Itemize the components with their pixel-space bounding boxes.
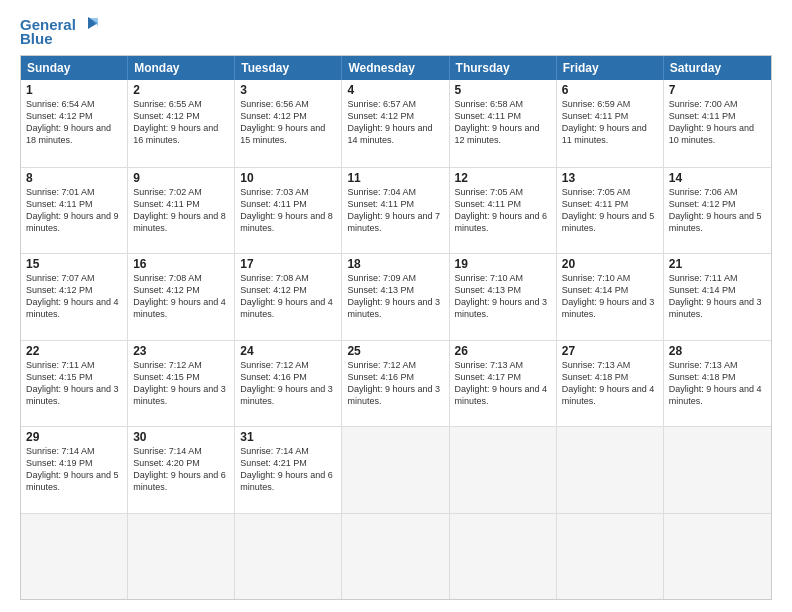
- day-number: 7: [669, 83, 766, 97]
- sunrise-text: Sunrise: 6:55 AM: [133, 98, 229, 110]
- sunrise-text: Sunrise: 7:03 AM: [240, 186, 336, 198]
- cal-cell: 28Sunrise: 7:13 AMSunset: 4:18 PMDayligh…: [664, 341, 771, 427]
- cal-cell: [342, 427, 449, 513]
- week-row-1: 1Sunrise: 6:54 AMSunset: 4:12 PMDaylight…: [21, 80, 771, 167]
- daylight-text: Daylight: 9 hours and 9 minutes.: [26, 210, 122, 234]
- daylight-text: Daylight: 9 hours and 11 minutes.: [562, 122, 658, 146]
- day-number: 9: [133, 171, 229, 185]
- day-number: 17: [240, 257, 336, 271]
- daylight-text: Daylight: 9 hours and 6 minutes.: [455, 210, 551, 234]
- day-number: 26: [455, 344, 551, 358]
- cal-cell: [450, 427, 557, 513]
- sunrise-text: Sunrise: 7:06 AM: [669, 186, 766, 198]
- logo: General Blue: [20, 16, 98, 47]
- cal-cell: 12Sunrise: 7:05 AMSunset: 4:11 PMDayligh…: [450, 168, 557, 254]
- sunrise-text: Sunrise: 7:13 AM: [455, 359, 551, 371]
- daylight-text: Daylight: 9 hours and 4 minutes.: [240, 296, 336, 320]
- day-number: 8: [26, 171, 122, 185]
- sunset-text: Sunset: 4:14 PM: [562, 284, 658, 296]
- sunset-text: Sunset: 4:16 PM: [240, 371, 336, 383]
- sunset-text: Sunset: 4:21 PM: [240, 457, 336, 469]
- daylight-text: Daylight: 9 hours and 6 minutes.: [133, 469, 229, 493]
- day-number: 1: [26, 83, 122, 97]
- cal-cell: 24Sunrise: 7:12 AMSunset: 4:16 PMDayligh…: [235, 341, 342, 427]
- header-sunday: Sunday: [21, 56, 128, 80]
- cal-cell: 21Sunrise: 7:11 AMSunset: 4:14 PMDayligh…: [664, 254, 771, 340]
- daylight-text: Daylight: 9 hours and 18 minutes.: [26, 122, 122, 146]
- logo-flag-icon: [78, 17, 98, 33]
- sunrise-text: Sunrise: 7:00 AM: [669, 98, 766, 110]
- sunrise-text: Sunrise: 7:09 AM: [347, 272, 443, 284]
- daylight-text: Daylight: 9 hours and 8 minutes.: [133, 210, 229, 234]
- header-friday: Friday: [557, 56, 664, 80]
- week-row-6: [21, 513, 771, 600]
- daylight-text: Daylight: 9 hours and 4 minutes.: [669, 383, 766, 407]
- sunrise-text: Sunrise: 6:58 AM: [455, 98, 551, 110]
- daylight-text: Daylight: 9 hours and 3 minutes.: [26, 383, 122, 407]
- sunset-text: Sunset: 4:11 PM: [669, 110, 766, 122]
- daylight-text: Daylight: 9 hours and 10 minutes.: [669, 122, 766, 146]
- day-number: 16: [133, 257, 229, 271]
- header-saturday: Saturday: [664, 56, 771, 80]
- day-number: 12: [455, 171, 551, 185]
- sunset-text: Sunset: 4:12 PM: [669, 198, 766, 210]
- day-number: 27: [562, 344, 658, 358]
- sunrise-text: Sunrise: 7:07 AM: [26, 272, 122, 284]
- sunset-text: Sunset: 4:11 PM: [455, 198, 551, 210]
- day-number: 31: [240, 430, 336, 444]
- daylight-text: Daylight: 9 hours and 5 minutes.: [562, 210, 658, 234]
- header-thursday: Thursday: [450, 56, 557, 80]
- daylight-text: Daylight: 9 hours and 3 minutes.: [347, 383, 443, 407]
- daylight-text: Daylight: 9 hours and 8 minutes.: [240, 210, 336, 234]
- sunset-text: Sunset: 4:12 PM: [133, 110, 229, 122]
- cal-cell: 23Sunrise: 7:12 AMSunset: 4:15 PMDayligh…: [128, 341, 235, 427]
- day-number: 2: [133, 83, 229, 97]
- cal-cell: [557, 514, 664, 600]
- daylight-text: Daylight: 9 hours and 3 minutes.: [133, 383, 229, 407]
- sunset-text: Sunset: 4:12 PM: [26, 110, 122, 122]
- sunrise-text: Sunrise: 7:12 AM: [240, 359, 336, 371]
- calendar: Sunday Monday Tuesday Wednesday Thursday…: [20, 55, 772, 600]
- cal-cell: 3Sunrise: 6:56 AMSunset: 4:12 PMDaylight…: [235, 80, 342, 167]
- cal-cell: [450, 514, 557, 600]
- day-number: 11: [347, 171, 443, 185]
- cal-cell: 26Sunrise: 7:13 AMSunset: 4:17 PMDayligh…: [450, 341, 557, 427]
- cal-cell: [235, 514, 342, 600]
- day-number: 22: [26, 344, 122, 358]
- cal-cell: 2Sunrise: 6:55 AMSunset: 4:12 PMDaylight…: [128, 80, 235, 167]
- day-number: 30: [133, 430, 229, 444]
- sunrise-text: Sunrise: 7:12 AM: [347, 359, 443, 371]
- sunset-text: Sunset: 4:11 PM: [26, 198, 122, 210]
- sunset-text: Sunset: 4:16 PM: [347, 371, 443, 383]
- sunset-text: Sunset: 4:19 PM: [26, 457, 122, 469]
- day-number: 25: [347, 344, 443, 358]
- cal-cell: 27Sunrise: 7:13 AMSunset: 4:18 PMDayligh…: [557, 341, 664, 427]
- header: General Blue: [20, 16, 772, 47]
- sunset-text: Sunset: 4:11 PM: [347, 198, 443, 210]
- sunset-text: Sunset: 4:11 PM: [562, 198, 658, 210]
- day-number: 21: [669, 257, 766, 271]
- sunset-text: Sunset: 4:14 PM: [669, 284, 766, 296]
- sunrise-text: Sunrise: 7:12 AM: [133, 359, 229, 371]
- daylight-text: Daylight: 9 hours and 5 minutes.: [669, 210, 766, 234]
- daylight-text: Daylight: 9 hours and 5 minutes.: [26, 469, 122, 493]
- daylight-text: Daylight: 9 hours and 3 minutes.: [455, 296, 551, 320]
- sunrise-text: Sunrise: 7:04 AM: [347, 186, 443, 198]
- cal-cell: 22Sunrise: 7:11 AMSunset: 4:15 PMDayligh…: [21, 341, 128, 427]
- sunrise-text: Sunrise: 7:13 AM: [669, 359, 766, 371]
- sunrise-text: Sunrise: 6:59 AM: [562, 98, 658, 110]
- day-number: 15: [26, 257, 122, 271]
- sunrise-text: Sunrise: 7:01 AM: [26, 186, 122, 198]
- sunset-text: Sunset: 4:12 PM: [133, 284, 229, 296]
- cal-cell: [128, 514, 235, 600]
- cal-cell: 30Sunrise: 7:14 AMSunset: 4:20 PMDayligh…: [128, 427, 235, 513]
- sunset-text: Sunset: 4:13 PM: [347, 284, 443, 296]
- week-row-3: 15Sunrise: 7:07 AMSunset: 4:12 PMDayligh…: [21, 253, 771, 340]
- day-number: 24: [240, 344, 336, 358]
- day-number: 4: [347, 83, 443, 97]
- cal-cell: 14Sunrise: 7:06 AMSunset: 4:12 PMDayligh…: [664, 168, 771, 254]
- day-number: 3: [240, 83, 336, 97]
- cal-cell: [664, 427, 771, 513]
- sunset-text: Sunset: 4:11 PM: [133, 198, 229, 210]
- cal-cell: [664, 514, 771, 600]
